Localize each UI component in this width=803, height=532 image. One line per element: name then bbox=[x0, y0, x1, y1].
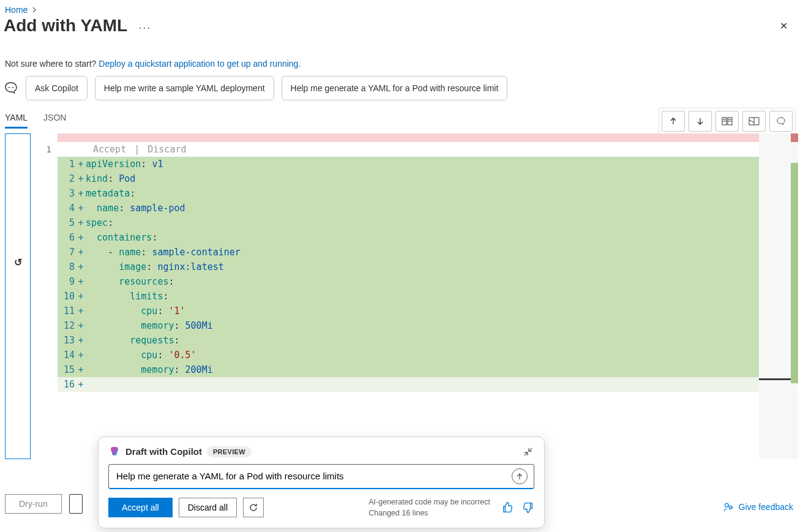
copilot-change-count: Changed 16 lines bbox=[368, 508, 490, 519]
copilot-popup: Draft with Copilot PREVIEW Accept all Di… bbox=[98, 436, 545, 529]
dry-run-button: Dry-run bbox=[5, 494, 62, 514]
collapse-icon[interactable] bbox=[522, 446, 534, 458]
tabs-row: YAML JSON bbox=[0, 108, 803, 129]
retry-icon[interactable] bbox=[243, 498, 264, 517]
suggest-ask-copilot[interactable]: Ask Copilot bbox=[26, 76, 88, 100]
hint-lead: Not sure where to start? bbox=[5, 59, 99, 69]
svg-point-4 bbox=[725, 503, 728, 507]
minimap-added-marker bbox=[791, 163, 798, 383]
thumbs-up-icon[interactable] bbox=[501, 501, 515, 514]
close-icon[interactable] bbox=[780, 20, 792, 32]
copilot-popup-title: Draft with Copilot bbox=[125, 446, 202, 457]
inline-discard[interactable]: Discard bbox=[148, 144, 186, 155]
give-feedback-link[interactable]: Give feedback bbox=[723, 501, 794, 512]
more-menu-icon[interactable]: ··· bbox=[136, 19, 154, 37]
copilot-prompt-input[interactable] bbox=[115, 470, 512, 482]
code-line[interactable]: 12+ memory: 500Mi bbox=[58, 318, 798, 333]
accept-all-button[interactable]: Accept all bbox=[108, 498, 173, 517]
svg-point-1 bbox=[12, 87, 13, 88]
code-wrap[interactable]: 1 Accept | Discard 1+apiVersion: v12+kin… bbox=[31, 133, 798, 459]
code-line[interactable]: 9+ resources: bbox=[58, 274, 798, 289]
tab-json[interactable]: JSON bbox=[43, 108, 66, 129]
code-line[interactable]: 10+ limits: bbox=[58, 289, 798, 304]
chevron-right-icon bbox=[31, 7, 37, 13]
minimap[interactable] bbox=[759, 133, 798, 459]
svg-point-0 bbox=[9, 87, 10, 88]
suggestion-row: Ask Copilot Help me write a sample YAML … bbox=[0, 73, 803, 108]
copilot-disclaimer: AI-generated code may be incorrect bbox=[368, 496, 490, 508]
suggest-pod-limits[interactable]: Help me generate a YAML for a Pod with r… bbox=[282, 76, 508, 100]
preview-badge: PREVIEW bbox=[207, 446, 252, 457]
code-line[interactable]: 2+kind: Pod bbox=[58, 171, 798, 186]
editor-zone: 1 Accept | Discard 1+apiVersion: v12+kin… bbox=[0, 129, 803, 459]
code-line[interactable]: 1+apiVersion: v1 bbox=[58, 157, 798, 171]
diff-removed-band bbox=[58, 133, 798, 142]
code-line[interactable]: 14+ cpu: '0.5' bbox=[58, 348, 798, 362]
give-feedback-label: Give feedback bbox=[739, 502, 794, 512]
quickstart-link[interactable]: Deploy a quickstart application to get u… bbox=[99, 59, 301, 69]
copilot-icon bbox=[4, 81, 18, 96]
inline-accept-discard: Accept | Discard bbox=[58, 142, 798, 157]
copilot-note: AI-generated code may be incorrect Chang… bbox=[368, 496, 490, 520]
suggest-sample-yaml[interactable]: Help me write a sample YAML deployment bbox=[95, 76, 274, 100]
submit-icon[interactable] bbox=[512, 468, 528, 484]
code-line[interactable]: 13+ requests: bbox=[58, 333, 798, 348]
copilot-input-row bbox=[108, 464, 534, 489]
breadcrumb: Home bbox=[0, 0, 803, 15]
partial-button[interactable] bbox=[69, 494, 83, 514]
inline-accept[interactable]: Accept bbox=[93, 144, 126, 155]
hint-row: Not sure where to start? Deploy a quicks… bbox=[0, 39, 803, 73]
editor-thumb-rail bbox=[5, 133, 31, 459]
code-line[interactable]: 15+ memory: 200Mi bbox=[58, 362, 798, 377]
page-header: Add with YAML ··· bbox=[0, 15, 803, 39]
minimap-divider bbox=[759, 378, 791, 380]
breadcrumb-home[interactable]: Home bbox=[5, 5, 28, 15]
outer-line-number: 1 bbox=[31, 142, 51, 157]
page-title: Add with YAML bbox=[4, 16, 127, 36]
code-line[interactable]: 8+ image: nginx:latest bbox=[58, 260, 798, 274]
minimap-removed-marker bbox=[791, 133, 798, 142]
discard-all-button[interactable]: Discard all bbox=[179, 498, 237, 517]
undo-icon[interactable] bbox=[14, 257, 22, 268]
code-line[interactable]: 5+spec: bbox=[58, 215, 798, 230]
outer-gutter: 1 bbox=[31, 133, 58, 459]
code-line[interactable]: 7+ - name: sample-container bbox=[58, 245, 798, 260]
thumbs-down-icon[interactable] bbox=[521, 501, 534, 514]
code-line[interactable]: 11+ cpu: '1' bbox=[58, 304, 798, 318]
copilot-logo-icon bbox=[108, 446, 121, 458]
tab-yaml[interactable]: YAML bbox=[5, 108, 28, 129]
code-line[interactable]: 3+metadata: bbox=[58, 186, 798, 201]
code-line[interactable]: 16+ bbox=[58, 377, 798, 392]
code-body[interactable]: Accept | Discard 1+apiVersion: v12+kind:… bbox=[58, 133, 798, 459]
code-line[interactable]: 4+ name: sample-pod bbox=[58, 201, 798, 215]
diff-added-block: 1+apiVersion: v12+kind: Pod3+metadata:4+… bbox=[58, 157, 798, 392]
code-line[interactable]: 6+ containers: bbox=[58, 230, 798, 245]
